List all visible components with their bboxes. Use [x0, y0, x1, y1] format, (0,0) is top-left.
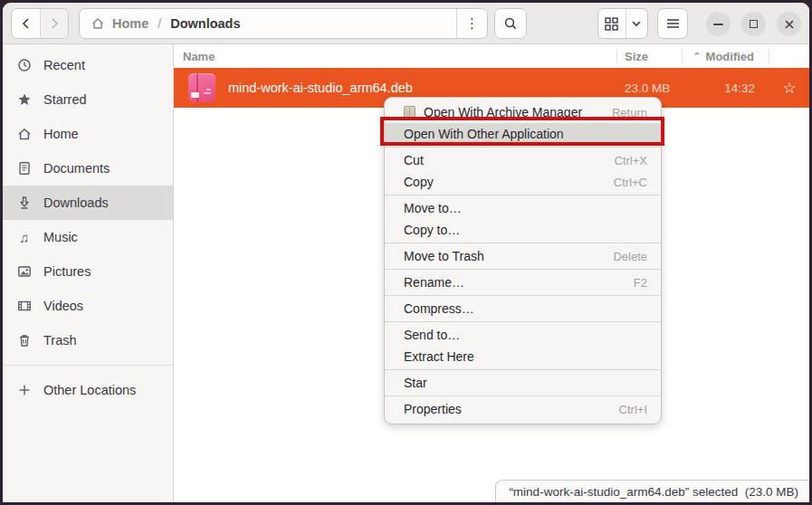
menu-item-open-with-archive-manager[interactable]: Open With Archive Manager Return	[385, 101, 661, 123]
sidebar-item-other-locations[interactable]: Other Locations	[3, 373, 173, 407]
sidebar-item-music[interactable]: ♫ Music	[3, 220, 173, 254]
sidebar-item-recent[interactable]: Recent	[3, 48, 173, 82]
file-modified-time: 14:32	[683, 81, 769, 95]
context-menu: Open With Archive Manager Return Open Wi…	[384, 97, 662, 424]
menu-item-open-with-other-application[interactable]: Open With Other Application	[385, 123, 661, 145]
column-header-size[interactable]: Size	[617, 50, 682, 63]
menu-item-label: Move to Trash	[404, 249, 613, 263]
star-outline-icon[interactable]: ☆	[769, 79, 809, 98]
menu-item-label: Copy to…	[404, 223, 647, 237]
sidebar-item-videos[interactable]: Videos	[3, 289, 173, 323]
sidebar-item-label: Videos	[43, 299, 83, 313]
sidebar: Recent Starred Home Documents	[3, 44, 174, 502]
menu-item-rename[interactable]: Rename… F2	[385, 272, 661, 293]
maximize-icon	[750, 20, 758, 28]
minimize-icon	[713, 24, 723, 25]
menu-item-properties[interactable]: Properties Ctrl+I	[385, 398, 661, 420]
close-icon	[784, 19, 795, 30]
hamburger-icon	[666, 18, 680, 29]
menu-item-send-to[interactable]: Send to…	[385, 324, 661, 346]
film-icon	[16, 299, 32, 314]
view-toggle-button	[597, 8, 648, 39]
sidebar-item-downloads[interactable]: Downloads	[3, 186, 173, 220]
star-icon	[16, 92, 32, 108]
maximize-button[interactable]	[741, 12, 766, 36]
menu-item-label: Star	[404, 376, 647, 390]
picture-icon	[16, 264, 32, 280]
path-bar[interactable]: Home / Downloads ⋮	[79, 8, 488, 39]
menu-item-label: Extract Here	[404, 349, 647, 364]
menu-item-copy[interactable]: Copy Ctrl+C	[385, 171, 661, 193]
search-button[interactable]	[494, 8, 527, 39]
forward-icon	[48, 17, 61, 30]
sidebar-item-label: Pictures	[43, 264, 91, 279]
grid-view-button[interactable]	[598, 9, 626, 38]
deb-package-icon	[188, 73, 215, 102]
menu-separator	[385, 147, 661, 148]
menu-separator	[385, 243, 661, 243]
menu-item-move-to[interactable]: Move to…	[385, 197, 661, 219]
breadcrumb-home[interactable]: Home	[112, 16, 148, 31]
grid-view-icon	[605, 17, 618, 31]
sidebar-item-label: Starred	[43, 92, 87, 107]
menu-item-label: Move to…	[404, 201, 647, 215]
menu-item-move-to-trash[interactable]: Move to Trash Delete	[385, 245, 661, 267]
menu-item-label: Rename…	[404, 275, 634, 290]
breadcrumb-current[interactable]: Downloads	[170, 16, 240, 31]
home-breadcrumb-icon	[91, 16, 105, 31]
column-header-modified[interactable]: ⌃ Modified	[683, 50, 769, 63]
back-button[interactable]	[12, 9, 40, 38]
trash-icon	[16, 333, 32, 348]
sidebar-item-home[interactable]: Home	[3, 117, 173, 151]
hamburger-menu-button[interactable]	[657, 8, 688, 39]
menu-separator	[385, 195, 661, 195]
plus-icon	[16, 383, 32, 398]
menu-separator	[385, 295, 661, 296]
menu-item-accel: Ctrl+X	[615, 154, 647, 167]
back-icon	[20, 17, 33, 30]
music-note-icon: ♫	[16, 230, 32, 245]
menu-item-label: Open With Archive Manager	[424, 105, 612, 119]
sidebar-item-label: Other Locations	[43, 383, 136, 397]
menu-item-extract-here[interactable]: Extract Here	[385, 346, 661, 367]
archive-manager-icon	[404, 106, 416, 119]
sidebar-item-starred[interactable]: Starred	[3, 82, 173, 117]
sort-ascending-icon: ⌃	[693, 51, 701, 62]
menu-item-label: Compress…	[404, 301, 647, 316]
sidebar-item-label: Music	[43, 230, 78, 244]
home-icon	[16, 127, 32, 142]
document-icon	[16, 161, 32, 176]
location-menu-button[interactable]: ⋮	[456, 9, 487, 38]
sidebar-item-pictures[interactable]: Pictures	[3, 254, 173, 289]
menu-separator	[385, 395, 661, 396]
menu-item-compress[interactable]: Compress…	[385, 298, 661, 319]
close-button[interactable]	[777, 12, 801, 36]
menu-item-copy-to[interactable]: Copy to…	[385, 219, 661, 241]
clock-icon	[16, 58, 32, 73]
forward-button[interactable]	[40, 9, 68, 38]
menu-separator	[385, 321, 661, 322]
menu-item-star[interactable]: Star	[385, 372, 661, 394]
sidebar-item-label: Documents	[43, 161, 110, 176]
sidebar-item-label: Recent	[43, 58, 85, 72]
download-icon	[16, 195, 32, 211]
view-options-button[interactable]	[626, 9, 647, 38]
file-name: mind-work-ai-studio_arm64.deb	[228, 81, 413, 95]
sidebar-item-documents[interactable]: Documents	[3, 151, 173, 186]
list-column-headers: Name Size ⌃ Modified	[174, 44, 809, 68]
search-icon	[503, 16, 518, 31]
sidebar-item-label: Downloads	[43, 195, 109, 210]
minimize-button[interactable]	[706, 12, 731, 36]
vertical-dots-icon: ⋮	[465, 15, 479, 32]
menu-item-label: Copy	[404, 175, 614, 189]
menu-item-label: Properties	[404, 402, 619, 416]
menu-item-cut[interactable]: Cut Ctrl+X	[385, 149, 661, 171]
menu-item-label: Open With Other Application	[404, 127, 647, 141]
file-size: 23.0 MB	[617, 81, 683, 95]
menu-separator	[385, 369, 661, 370]
column-divider	[769, 49, 769, 63]
sidebar-item-label: Trash	[43, 333, 77, 348]
menu-item-accel: Ctrl+C	[614, 176, 647, 189]
column-header-name[interactable]: Name	[174, 50, 616, 63]
sidebar-item-trash[interactable]: Trash	[3, 323, 173, 357]
